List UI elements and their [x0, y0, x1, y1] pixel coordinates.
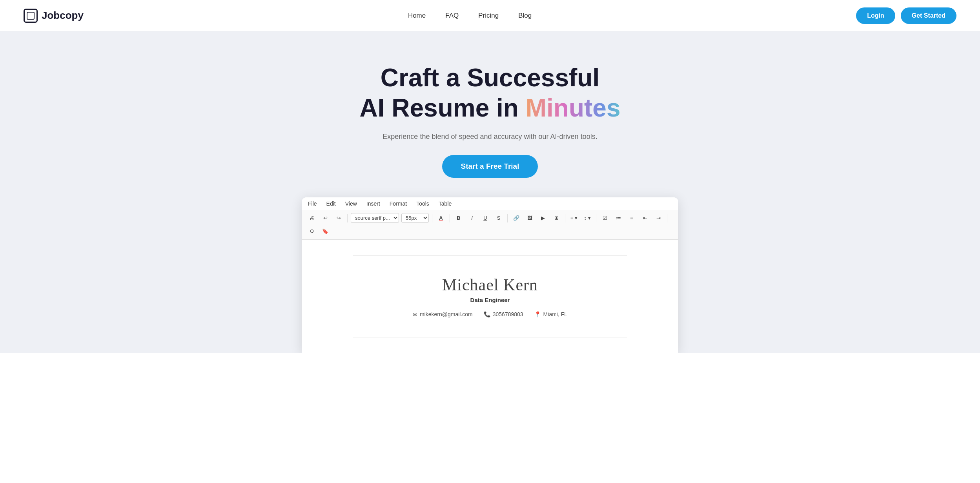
resume-email-value: mikekern@gmail.com — [420, 311, 473, 317]
menu-edit[interactable]: Edit — [326, 200, 336, 207]
nav-faq[interactable]: FAQ — [445, 12, 459, 19]
editor-menubar: File Edit View Insert Format Tools Table — [302, 197, 678, 210]
email-icon: ✉ — [413, 311, 417, 317]
menu-view[interactable]: View — [345, 200, 357, 207]
checklist-button[interactable]: ☑ — [599, 213, 610, 224]
outdent-button[interactable]: ⇤ — [639, 213, 650, 224]
resume-location: 📍 Miami, FL — [534, 311, 567, 317]
hero-title: Craft a Successful AI Resume in Minutes — [360, 63, 621, 123]
hero-minutes-word: Minutes — [526, 94, 621, 122]
separator-7 — [667, 214, 667, 222]
line-height-button[interactable]: ↕ ▾ — [582, 213, 593, 224]
phone-icon: 📞 — [484, 311, 490, 317]
separator-3 — [450, 214, 450, 222]
menu-tools[interactable]: Tools — [416, 200, 429, 207]
separator-5 — [565, 214, 565, 222]
nav-actions: Login Get Started — [856, 7, 956, 24]
table-button[interactable]: ⊞ — [551, 213, 562, 224]
menu-format[interactable]: Format — [390, 200, 407, 207]
hero-section: Craft a Successful AI Resume in Minutes … — [0, 31, 980, 353]
hero-in-word: in — [496, 94, 519, 122]
menu-file[interactable]: File — [308, 200, 317, 207]
underline-button[interactable]: U — [480, 213, 491, 224]
ordered-list-button[interactable]: ≔ — [613, 213, 624, 224]
undo-button[interactable]: ↩ — [320, 213, 331, 224]
logo[interactable]: Jobcopy — [24, 9, 84, 23]
login-button[interactable]: Login — [856, 7, 895, 24]
logo-text: Jobcopy — [42, 9, 84, 22]
resume-job-title: Data Engineer — [377, 297, 603, 303]
resume-phone: 📞 3056789803 — [484, 311, 523, 317]
separator-2 — [432, 214, 432, 222]
nav-links: Home FAQ Pricing Blog — [408, 12, 532, 20]
hero-title-line1: Craft a Successful — [381, 64, 599, 92]
link-button[interactable]: 🔗 — [511, 213, 522, 224]
align-button[interactable]: ≡ ▾ — [568, 213, 579, 224]
editor-toolbar: 🖨 ↩ ↪ source serif p... 55px A B I U S 🔗… — [302, 210, 678, 240]
indent-button[interactable]: ⇥ — [653, 213, 664, 224]
trial-button[interactable]: Start a Free Trial — [442, 155, 538, 178]
resume-document: Michael Kern Data Engineer ✉ mikekern@gm… — [302, 240, 678, 353]
image-button[interactable]: 🖼 — [524, 213, 535, 224]
separator-6 — [596, 214, 596, 222]
strikethrough-button[interactable]: S — [493, 213, 504, 224]
location-icon: 📍 — [534, 311, 541, 317]
get-started-button[interactable]: Get Started — [901, 7, 956, 24]
bookmark-button[interactable]: 🔖 — [320, 226, 331, 237]
logo-icon — [24, 9, 38, 23]
resume-email: ✉ mikekern@gmail.com — [413, 311, 473, 317]
redo-button[interactable]: ↪ — [333, 213, 344, 224]
editor-preview: File Edit View Insert Format Tools Table… — [302, 197, 678, 353]
font-size-select[interactable]: 55px — [401, 213, 429, 223]
nav-blog[interactable]: Blog — [518, 12, 532, 19]
italic-button[interactable]: I — [466, 213, 477, 224]
font-family-select[interactable]: source serif p... — [351, 213, 399, 223]
print-button[interactable]: 🖨 — [306, 213, 317, 224]
hero-subtitle: Experience the blend of speed and accura… — [383, 133, 597, 141]
hero-title-line2-prefix: AI Resume — [360, 94, 497, 122]
nav-home[interactable]: Home — [408, 12, 426, 19]
unordered-list-button[interactable]: ≡ — [626, 213, 637, 224]
menu-insert[interactable]: Insert — [366, 200, 380, 207]
resume-name: Michael Kern — [377, 275, 603, 294]
resume-contact: ✉ mikekern@gmail.com 📞 3056789803 📍 Miam… — [377, 311, 603, 317]
special-char-button[interactable]: Ω — [306, 226, 317, 237]
nav-pricing[interactable]: Pricing — [478, 12, 499, 19]
separator-4 — [507, 214, 508, 222]
resume-location-value: Miami, FL — [543, 311, 567, 317]
menu-table[interactable]: Table — [439, 200, 452, 207]
bold-button[interactable]: B — [453, 213, 464, 224]
separator-1 — [347, 214, 348, 222]
navbar: Jobcopy Home FAQ Pricing Blog Login Get … — [0, 0, 980, 31]
video-button[interactable]: ▶ — [537, 213, 548, 224]
resume-phone-value: 3056789803 — [493, 311, 523, 317]
font-color-button[interactable]: A — [435, 213, 446, 224]
